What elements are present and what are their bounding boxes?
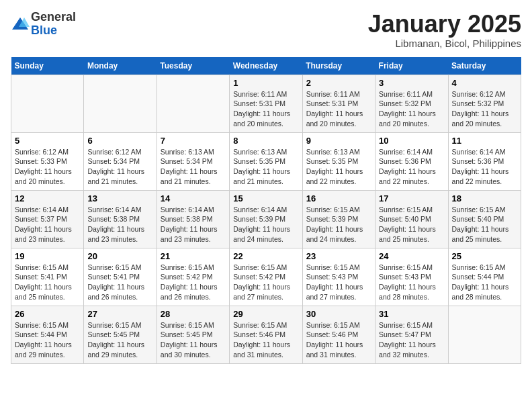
- calendar-cell: 2Sunrise: 6:11 AM Sunset: 5:31 PM Daylig…: [302, 75, 375, 132]
- calendar-cell: 29Sunrise: 6:15 AM Sunset: 5:46 PM Dayli…: [230, 306, 302, 363]
- calendar-cell: 18Sunrise: 6:15 AM Sunset: 5:40 PM Dayli…: [448, 190, 521, 248]
- week-row-5: 26Sunrise: 6:15 AM Sunset: 5:44 PM Dayli…: [11, 306, 521, 363]
- day-number: 13: [87, 193, 152, 203]
- calendar-cell: 22Sunrise: 6:15 AM Sunset: 5:42 PM Dayli…: [230, 248, 302, 306]
- calendar-cell: 25Sunrise: 6:15 AM Sunset: 5:44 PM Dayli…: [448, 248, 521, 306]
- day-number: 7: [161, 136, 226, 146]
- calendar-cell: 10Sunrise: 6:14 AM Sunset: 5:36 PM Dayli…: [375, 132, 448, 190]
- day-info: Sunrise: 6:14 AM Sunset: 5:39 PM Dayligh…: [233, 205, 298, 244]
- calendar-cell: [84, 75, 157, 132]
- day-number: 26: [15, 309, 80, 319]
- logo-icon: [11, 15, 30, 34]
- day-number: 23: [306, 251, 371, 261]
- calendar-cell: 23Sunrise: 6:15 AM Sunset: 5:43 PM Dayli…: [302, 248, 375, 306]
- calendar-cell: 17Sunrise: 6:15 AM Sunset: 5:40 PM Dayli…: [375, 190, 448, 248]
- day-number: 12: [15, 193, 80, 203]
- week-row-3: 12Sunrise: 6:14 AM Sunset: 5:37 PM Dayli…: [11, 190, 521, 248]
- day-number: 21: [161, 251, 226, 261]
- calendar-cell: [448, 306, 521, 363]
- calendar-cell: 11Sunrise: 6:14 AM Sunset: 5:36 PM Dayli…: [448, 132, 521, 190]
- page-header: General Blue January 2025 Libmanan, Bico…: [11, 11, 521, 49]
- day-info: Sunrise: 6:15 AM Sunset: 5:41 PM Dayligh…: [15, 263, 80, 302]
- day-info: Sunrise: 6:15 AM Sunset: 5:45 PM Dayligh…: [161, 320, 226, 360]
- calendar-cell: 12Sunrise: 6:14 AM Sunset: 5:37 PM Dayli…: [11, 190, 84, 248]
- calendar-cell: 28Sunrise: 6:15 AM Sunset: 5:45 PM Dayli…: [157, 306, 229, 363]
- day-number: 19: [15, 251, 80, 261]
- week-row-1: 1Sunrise: 6:11 AM Sunset: 5:31 PM Daylig…: [11, 75, 521, 132]
- day-info: Sunrise: 6:12 AM Sunset: 5:32 PM Dayligh…: [452, 89, 517, 129]
- day-info: Sunrise: 6:15 AM Sunset: 5:44 PM Dayligh…: [15, 320, 80, 360]
- day-info: Sunrise: 6:11 AM Sunset: 5:31 PM Dayligh…: [233, 89, 298, 129]
- day-info: Sunrise: 6:12 AM Sunset: 5:34 PM Dayligh…: [87, 147, 152, 187]
- calendar-cell: 5Sunrise: 6:12 AM Sunset: 5:33 PM Daylig…: [11, 132, 84, 190]
- day-number: 24: [379, 251, 444, 261]
- calendar-cell: 27Sunrise: 6:15 AM Sunset: 5:45 PM Dayli…: [84, 306, 157, 363]
- day-info: Sunrise: 6:15 AM Sunset: 5:47 PM Dayligh…: [379, 320, 444, 360]
- calendar-cell: 1Sunrise: 6:11 AM Sunset: 5:31 PM Daylig…: [230, 75, 302, 132]
- day-number: 5: [15, 136, 80, 146]
- month-title: January 2025: [368, 11, 521, 38]
- day-number: 4: [452, 78, 517, 88]
- day-info: Sunrise: 6:11 AM Sunset: 5:31 PM Dayligh…: [306, 89, 371, 129]
- logo: General Blue: [11, 11, 76, 38]
- day-info: Sunrise: 6:15 AM Sunset: 5:40 PM Dayligh…: [452, 205, 517, 244]
- week-row-4: 19Sunrise: 6:15 AM Sunset: 5:41 PM Dayli…: [11, 248, 521, 306]
- calendar-cell: 19Sunrise: 6:15 AM Sunset: 5:41 PM Dayli…: [11, 248, 84, 306]
- calendar-table: SundayMondayTuesdayWednesdayThursdayFrid…: [11, 57, 521, 364]
- day-info: Sunrise: 6:14 AM Sunset: 5:37 PM Dayligh…: [15, 205, 80, 244]
- day-number: 25: [452, 251, 517, 261]
- day-number: 29: [233, 309, 298, 319]
- day-info: Sunrise: 6:11 AM Sunset: 5:32 PM Dayligh…: [379, 89, 444, 129]
- day-number: 10: [379, 136, 444, 146]
- day-info: Sunrise: 6:15 AM Sunset: 5:40 PM Dayligh…: [379, 205, 444, 244]
- header-row: SundayMondayTuesdayWednesdayThursdayFrid…: [11, 57, 521, 75]
- day-info: Sunrise: 6:15 AM Sunset: 5:39 PM Dayligh…: [306, 205, 371, 244]
- day-number: 17: [379, 193, 444, 203]
- day-info: Sunrise: 6:15 AM Sunset: 5:42 PM Dayligh…: [161, 263, 226, 302]
- day-info: Sunrise: 6:15 AM Sunset: 5:46 PM Dayligh…: [306, 320, 371, 360]
- day-number: 20: [87, 251, 152, 261]
- calendar-cell: 6Sunrise: 6:12 AM Sunset: 5:34 PM Daylig…: [84, 132, 157, 190]
- day-number: 2: [306, 78, 371, 88]
- day-header-sunday: Sunday: [11, 57, 84, 75]
- calendar-cell: 31Sunrise: 6:15 AM Sunset: 5:47 PM Dayli…: [375, 306, 448, 363]
- calendar-cell: 21Sunrise: 6:15 AM Sunset: 5:42 PM Dayli…: [157, 248, 229, 306]
- day-info: Sunrise: 6:15 AM Sunset: 5:44 PM Dayligh…: [452, 263, 517, 302]
- day-info: Sunrise: 6:14 AM Sunset: 5:36 PM Dayligh…: [452, 147, 517, 187]
- logo-general-text: General: [31, 10, 76, 24]
- day-info: Sunrise: 6:15 AM Sunset: 5:45 PM Dayligh…: [87, 320, 152, 360]
- day-number: 8: [233, 136, 298, 146]
- calendar-cell: [11, 75, 84, 132]
- calendar-cell: 3Sunrise: 6:11 AM Sunset: 5:32 PM Daylig…: [375, 75, 448, 132]
- calendar-cell: 14Sunrise: 6:14 AM Sunset: 5:38 PM Dayli…: [157, 190, 229, 248]
- calendar-cell: 9Sunrise: 6:13 AM Sunset: 5:35 PM Daylig…: [302, 132, 375, 190]
- day-number: 11: [452, 136, 517, 146]
- day-number: 18: [452, 193, 517, 203]
- week-row-2: 5Sunrise: 6:12 AM Sunset: 5:33 PM Daylig…: [11, 132, 521, 190]
- day-number: 15: [233, 193, 298, 203]
- day-info: Sunrise: 6:15 AM Sunset: 5:42 PM Dayligh…: [233, 263, 298, 302]
- day-header-tuesday: Tuesday: [157, 57, 229, 75]
- day-header-wednesday: Wednesday: [230, 57, 302, 75]
- logo-blue-text: Blue: [31, 24, 57, 37]
- day-number: 3: [379, 78, 444, 88]
- calendar-cell: 4Sunrise: 6:12 AM Sunset: 5:32 PM Daylig…: [448, 75, 521, 132]
- day-info: Sunrise: 6:15 AM Sunset: 5:46 PM Dayligh…: [233, 320, 298, 360]
- day-number: 22: [233, 251, 298, 261]
- day-info: Sunrise: 6:14 AM Sunset: 5:36 PM Dayligh…: [379, 147, 444, 187]
- calendar-cell: 13Sunrise: 6:14 AM Sunset: 5:38 PM Dayli…: [84, 190, 157, 248]
- calendar-cell: 26Sunrise: 6:15 AM Sunset: 5:44 PM Dayli…: [11, 306, 84, 363]
- day-number: 27: [87, 309, 152, 319]
- calendar-cell: 7Sunrise: 6:13 AM Sunset: 5:34 PM Daylig…: [157, 132, 229, 190]
- day-info: Sunrise: 6:14 AM Sunset: 5:38 PM Dayligh…: [87, 205, 152, 244]
- calendar-cell: 15Sunrise: 6:14 AM Sunset: 5:39 PM Dayli…: [230, 190, 302, 248]
- day-info: Sunrise: 6:12 AM Sunset: 5:33 PM Dayligh…: [15, 147, 80, 187]
- day-number: 14: [161, 193, 226, 203]
- location-subtitle: Libmanan, Bicol, Philippines: [368, 38, 521, 49]
- day-info: Sunrise: 6:13 AM Sunset: 5:35 PM Dayligh…: [306, 147, 371, 187]
- day-number: 16: [306, 193, 371, 203]
- day-info: Sunrise: 6:15 AM Sunset: 5:41 PM Dayligh…: [87, 263, 152, 302]
- day-info: Sunrise: 6:14 AM Sunset: 5:38 PM Dayligh…: [161, 205, 226, 244]
- calendar-cell: 16Sunrise: 6:15 AM Sunset: 5:39 PM Dayli…: [302, 190, 375, 248]
- day-number: 31: [379, 309, 444, 319]
